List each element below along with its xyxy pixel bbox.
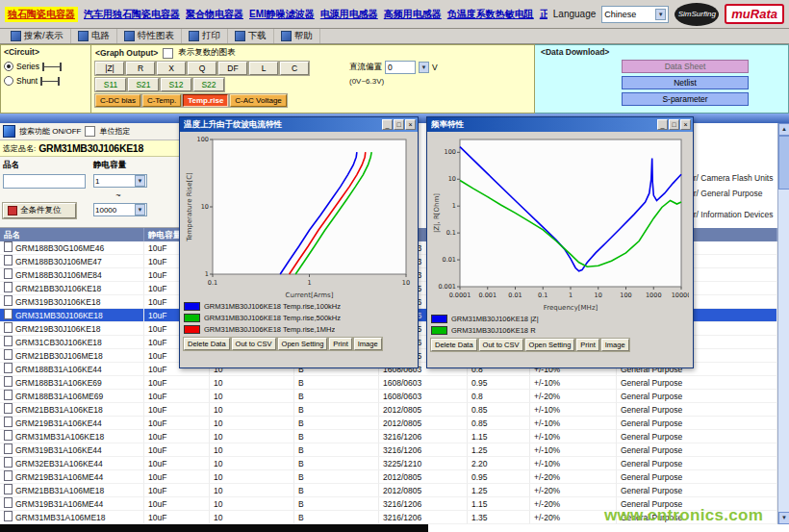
nav-link[interactable]: 独石陶瓷电容器	[5, 7, 78, 22]
document-icon	[4, 470, 13, 481]
table-cell: 3216/1206	[379, 497, 468, 511]
window-action-button[interactable]: Print	[576, 339, 598, 351]
menu-item[interactable]: 打印	[182, 29, 228, 43]
graph-type-button[interactable]: L	[249, 62, 278, 75]
table-row[interactable]: GRM219B31A106KE4410uF10B2012/08050.85+/-…	[0, 417, 777, 430]
table-cell: B	[294, 403, 379, 417]
unit-checkbox[interactable]	[85, 126, 95, 137]
legend-swatch	[184, 325, 200, 334]
graph-output-title: <Graph Output>	[95, 48, 158, 58]
nav-link[interactable]: 聚合物电容器	[186, 8, 243, 21]
nav-link[interactable]: 电源用电感器	[320, 8, 378, 21]
svg-text:0.1: 0.1	[538, 291, 547, 299]
nav-link[interactable]: 汽车用独石陶瓷电容器	[84, 8, 180, 21]
table-row[interactable]: GRM21BB31A106KE1810uF10B2012/08050.85+/-…	[0, 403, 777, 417]
column-header[interactable]: 品名	[0, 228, 144, 241]
menu-item[interactable]: 电路	[71, 29, 117, 43]
language-select[interactable]: Chinese ▼	[601, 6, 669, 23]
graph-type-button[interactable]: R	[126, 62, 155, 75]
window-action-button[interactable]: Out to CSV	[232, 338, 276, 350]
window-titlebar[interactable]: 温度上升由于纹波电流特性 _ □ ×	[180, 117, 418, 132]
table-cell: 1.35	[468, 511, 530, 524]
characteristic-button[interactable]: Temp.rise	[183, 94, 228, 107]
radio-button[interactable]	[4, 62, 13, 71]
table-cell: 3216/1206	[379, 511, 468, 524]
characteristic-button[interactable]: C-AC Voltage	[230, 94, 286, 107]
capacitance-to-select[interactable]: 10000 ▼	[93, 203, 147, 216]
graph-type-button[interactable]: C	[280, 62, 309, 75]
maximize-button[interactable]: □	[394, 119, 404, 130]
window-titlebar[interactable]: 频率特性 _ □ ×	[427, 117, 693, 132]
table-cell: 10	[210, 443, 294, 457]
name-filter-label: 品名	[3, 160, 86, 171]
table-row[interactable]: GRM32EB31A106KE4410uF10B3225/12102.20+/-…	[0, 457, 777, 470]
part-name: GRM219B31A106ME44	[15, 472, 103, 482]
part-name-input[interactable]	[3, 174, 86, 189]
table-row[interactable]: GRM31MB31A106KE1810uF10B3216/12061.15+/-…	[0, 430, 777, 443]
maximize-button[interactable]: □	[669, 119, 679, 130]
download-button[interactable]: Data Sheet	[622, 60, 749, 73]
table-row[interactable]: GRM219B31A106ME4410uF10B2012/08050.95+/-…	[0, 470, 777, 484]
vertical-scrollbar[interactable]: ▲ ▼	[777, 123, 789, 524]
download-button[interactable]: Netlist	[622, 76, 749, 89]
close-button[interactable]: ×	[405, 119, 416, 130]
graph-type-button[interactable]: DF	[218, 62, 247, 75]
characteristic-button[interactable]: C-Temp.	[142, 94, 181, 107]
sparam-button[interactable]: S22	[193, 78, 224, 91]
graph-type-button[interactable]: Q	[188, 62, 216, 75]
search-toggle-label[interactable]: 搜索功能 ON/OFF	[19, 126, 81, 137]
search-icon	[11, 31, 21, 41]
nav-link[interactable]: 正温	[540, 8, 547, 21]
capacitance-from-select[interactable]: 1 ▼	[93, 174, 147, 188]
radio-button[interactable]	[4, 76, 13, 86]
circuit-option-series[interactable]: Series	[4, 62, 88, 71]
minimize-button[interactable]: _	[382, 119, 393, 130]
menu-item[interactable]: 特性图表	[117, 29, 182, 43]
table-cell: 2012/0805	[379, 403, 468, 417]
window-action-button[interactable]: Image	[354, 338, 382, 350]
nav-link[interactable]: 负温度系数热敏电阻	[447, 8, 534, 21]
circuit-panel-title: <Circuit>	[4, 47, 88, 57]
table-row[interactable]: GRM188B31A106KE6910uF10B1608/06030.95+/-…	[0, 376, 777, 390]
window-action-button[interactable]: Open Setting	[525, 339, 575, 351]
menu-item[interactable]: 搜索/表示	[4, 29, 71, 43]
reset-button[interactable]: 全条件复位	[3, 203, 76, 218]
part-name-cell: GRM219B30J106KE18	[0, 322, 144, 336]
table-row[interactable]: GRM319B31A106KE4410uF10B3216/12061.25+/-…	[0, 443, 777, 457]
sparam-button[interactable]: S11	[95, 78, 126, 91]
window-action-button[interactable]: Delete Data	[431, 339, 477, 351]
window-action-button[interactable]: Out to CSV	[479, 339, 523, 351]
window-action-button[interactable]: Delete Data	[184, 338, 230, 350]
table-row[interactable]: GRM21BB31A106ME1810uF10B2012/08051.25+/-…	[0, 484, 777, 497]
document-icon	[4, 241, 13, 252]
close-button[interactable]: ×	[680, 119, 691, 130]
sparam-button[interactable]: S21	[128, 78, 159, 91]
window-action-button[interactable]: Print	[329, 338, 351, 350]
multi-graph-checkbox[interactable]	[163, 48, 173, 59]
table-cell: 10uF	[144, 497, 210, 511]
bottom-strip	[428, 524, 789, 532]
chevron-down-icon[interactable]: ▼	[419, 62, 429, 73]
menu-item[interactable]: 下载	[228, 29, 274, 43]
dc-bias-input[interactable]: 0	[385, 61, 416, 74]
scrollbar-thumb[interactable]	[778, 136, 789, 190]
graph-type-button[interactable]: |Z|	[95, 62, 124, 75]
search-toggle-icon[interactable]	[3, 125, 15, 138]
document-icon	[4, 336, 13, 346]
scroll-up-icon[interactable]: ▲	[778, 123, 789, 136]
part-name: GRM31MB30J106KE18	[15, 311, 103, 320]
sparam-button[interactable]: S12	[161, 78, 191, 91]
menu-item[interactable]: 帮助	[274, 29, 320, 43]
scroll-down-icon[interactable]: ▼	[778, 512, 789, 524]
window-action-button[interactable]: Open Setting	[278, 338, 328, 350]
graph-type-button[interactable]: X	[157, 62, 186, 75]
window-action-button[interactable]: Image	[601, 339, 629, 351]
nav-link[interactable]: EMI静噪滤波器	[249, 8, 315, 21]
nav-link[interactable]: 高频用电感器	[384, 8, 442, 21]
minimize-button[interactable]: _	[657, 119, 668, 130]
download-button[interactable]: S-parameter	[622, 92, 749, 106]
characteristic-button[interactable]: C-DC bias	[95, 94, 140, 107]
dc-bias-range: (0V~6.3V)	[349, 77, 438, 86]
circuit-option-shunt[interactable]: Shunt	[4, 76, 88, 86]
table-row[interactable]: GRM188B31A106ME6910uF10B1608/06030.8+/-2…	[0, 390, 777, 403]
